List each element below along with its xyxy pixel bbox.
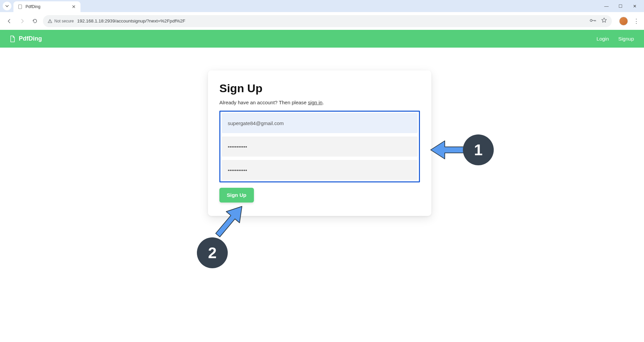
chrome-menu-button[interactable]: ⋮	[633, 17, 639, 25]
annotation-badge-1: 1	[463, 134, 494, 165]
svg-rect-0	[18, 5, 21, 9]
chevron-down-icon	[5, 4, 9, 8]
annotation-badge-2: 2	[197, 237, 228, 268]
window-minimize-button[interactable]: —	[602, 4, 610, 9]
email-field[interactable]	[222, 113, 418, 133]
nav-back-button[interactable]	[5, 16, 14, 26]
window-controls: — ☐ ✕	[602, 0, 642, 12]
browser-tab[interactable]: PdfDing ✕	[13, 1, 80, 12]
app-header: PdfDing Login Signup	[0, 30, 644, 48]
signin-prompt: Already have an account? Then please sig…	[219, 100, 420, 105]
nav-forward-button[interactable]	[17, 16, 27, 26]
warning-triangle-icon	[48, 19, 52, 23]
login-link[interactable]: Login	[597, 36, 609, 42]
tabs-dropdown-button[interactable]	[3, 2, 11, 10]
annotation-arrow-1	[430, 138, 468, 162]
header-links: Login Signup	[597, 36, 634, 42]
annotation-badge-2-text: 2	[208, 244, 217, 262]
svg-point-3	[590, 19, 592, 21]
omnibox[interactable]: Not secure 192.168.1.18:2939/accountsign…	[43, 15, 612, 27]
document-icon	[9, 35, 15, 43]
fields-highlight-box	[219, 111, 420, 182]
signup-submit-button[interactable]: Sign Up	[219, 188, 254, 203]
not-secure-label: Not secure	[54, 19, 74, 23]
profile-avatar[interactable]	[619, 17, 628, 25]
address-bar-row: Not secure 192.168.1.18:2939/accountsign…	[0, 12, 644, 30]
svg-point-2	[50, 22, 50, 22]
tab-favicon-icon	[17, 4, 23, 9]
signup-link[interactable]: Signup	[618, 36, 634, 42]
page-title: Sign Up	[219, 82, 420, 95]
signin-prompt-suffix: .	[322, 100, 324, 105]
bookmark-star-icon[interactable]	[601, 17, 607, 25]
password-key-icon[interactable]	[590, 18, 596, 24]
tab-strip: PdfDing ✕ — ☐ ✕	[0, 0, 644, 12]
tab-close-button[interactable]: ✕	[70, 4, 77, 9]
password-field[interactable]	[222, 136, 418, 157]
chrome-right-controls: ⋮	[619, 17, 639, 25]
arrow-right-icon	[19, 18, 25, 24]
security-chip[interactable]: Not secure	[48, 19, 74, 23]
nav-reload-button[interactable]	[30, 16, 40, 26]
brand-text: PdfDing	[19, 35, 42, 42]
annotation-arrow-2	[209, 201, 250, 241]
signin-prompt-prefix: Already have an account? Then please	[219, 100, 308, 105]
annotation-badge-1-text: 1	[474, 141, 483, 159]
password-confirm-field[interactable]	[222, 160, 418, 180]
window-close-button[interactable]: ✕	[631, 4, 639, 9]
url-text: 192.168.1.18:2939/accountsignup/?next=%2…	[77, 18, 586, 23]
signin-link[interactable]: sign in	[308, 100, 322, 105]
brand[interactable]: PdfDing	[9, 35, 42, 43]
browser-chrome: PdfDing ✕ — ☐ ✕ Not secure 192.168.1.18:…	[0, 0, 644, 30]
arrow-left-icon	[6, 18, 12, 24]
omnibox-actions	[590, 17, 607, 25]
reload-icon	[32, 18, 38, 24]
window-maximize-button[interactable]: ☐	[616, 4, 625, 9]
signup-card: Sign Up Already have an account? Then pl…	[208, 70, 431, 216]
tab-title: PdfDing	[25, 4, 70, 9]
